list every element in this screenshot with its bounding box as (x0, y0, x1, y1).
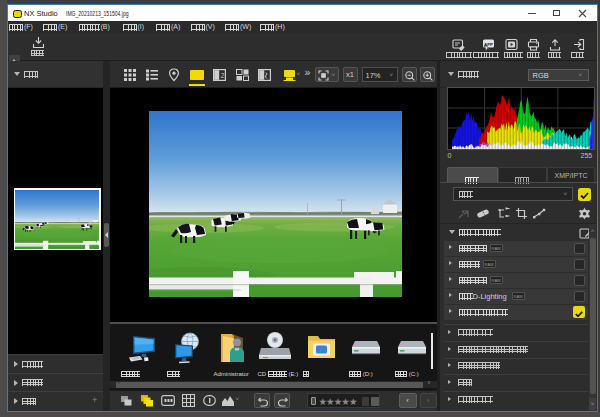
svg-text:2: 2 (220, 72, 224, 79)
